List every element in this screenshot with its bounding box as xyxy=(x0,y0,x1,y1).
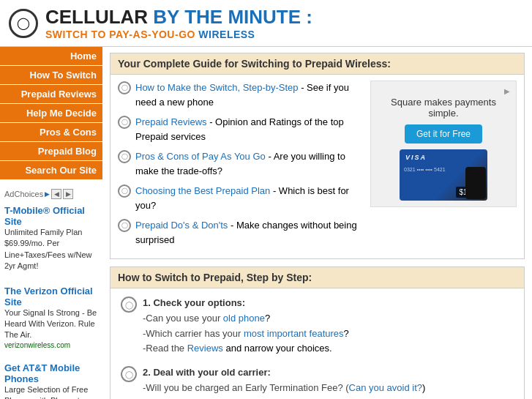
site-header: ◯ CELLULAR BY THE MINUTE : SWITCH TO PAY… xyxy=(0,0,532,47)
guide-item-4: ◯ Choosing the Best Prepaid Plan - Which… xyxy=(118,184,363,212)
sidebar-item-prepaid-blog[interactable]: Prepaid Blog xyxy=(0,142,102,161)
tagline-main: SWITCH TO PAY-AS-YOU-GO xyxy=(45,29,195,40)
att-ad-text: Large Selection of Free Phones with Plan… xyxy=(4,384,98,399)
guide-item-2: ◯ Prepaid Reviews - Opinion and Ratings … xyxy=(118,115,363,143)
guide-link-2[interactable]: Prepaid Reviews xyxy=(135,116,207,127)
title-cellular: CELLULAR xyxy=(45,6,148,28)
visa-label: VISA xyxy=(405,154,427,161)
tmobile-ad-title[interactable]: T-Mobile® Official Site xyxy=(4,205,98,227)
sidebar-item-help-me-decide[interactable]: Help Me Decide xyxy=(0,104,102,123)
step-1-link-reviews[interactable]: Reviews xyxy=(187,343,223,354)
right-ad-banner: ▶ Square makes payments simple. Get it f… xyxy=(370,81,517,253)
main-content: Your Complete Guide for Switching to Pre… xyxy=(102,47,532,399)
step-1-link-phone[interactable]: old phone xyxy=(223,313,265,324)
ad-tag-icon: ▶ xyxy=(377,87,510,95)
step-1-detail-1b: ? xyxy=(265,313,270,324)
sidebar-item-search[interactable]: Search Our Site xyxy=(0,161,102,180)
guide-link-1[interactable]: How to Make the Switch, Step-by-Step xyxy=(135,82,299,93)
guide-icon-3: ◯ xyxy=(118,150,131,163)
step-1-detail-3b: and narrow your choices. xyxy=(223,343,332,354)
steps-content: ◯ 1. Check your options: -Can you use yo… xyxy=(110,288,524,399)
steps-section-header: How to Switch to Prepaid, Step by Step: xyxy=(110,267,524,288)
guide-section-content: ◯ How to Make the Switch, Step-by-Step -… xyxy=(110,75,524,258)
sidebar-ad-tmobile: T-Mobile® Official Site Unlimited Family… xyxy=(4,202,98,275)
step-1-detail-2b: ? xyxy=(344,328,349,339)
tmobile-ad-text: Unlimited Family Plan $69.99/mo. Per Lin… xyxy=(4,227,98,272)
guide-text-4: Choosing the Best Prepaid Plan - Which i… xyxy=(135,184,363,212)
tagline-wireless: WIRELESS xyxy=(195,29,255,40)
verizon-ad-text: Your Signal Is Strong - Be Heard With Ve… xyxy=(4,307,98,341)
guide-item-1: ◯ How to Make the Switch, Step-by-Step -… xyxy=(118,81,363,109)
sidebar-ad-att: Get AT&T Mobile Phones Large Selection o… xyxy=(4,359,98,399)
sidebar-ads: AdChoices ▶ ◀ ▶ T-Mobile® Official Site … xyxy=(0,186,102,399)
step-2-icon: ◯ xyxy=(121,366,137,382)
guide-text-1: How to Make the Switch, Step-by-Step - S… xyxy=(135,81,363,109)
guide-text-5: Prepaid Do's & Don'ts - Make changes wit… xyxy=(135,218,363,247)
sidebar-item-pros-cons[interactable]: Pros & Cons xyxy=(0,123,102,142)
guide-item-3: ◯ Pros & Cons of Pay As You Go - Are you… xyxy=(118,149,363,178)
step-1-icon: ◯ xyxy=(121,297,137,313)
verizon-ad-title[interactable]: The Verizon Official Site xyxy=(4,286,98,307)
card-number: 0321 •••• •••• 5421 xyxy=(404,167,446,172)
title-byminute: BY THE MINUTE : xyxy=(148,6,312,28)
sidebar-item-prepaid-reviews[interactable]: Prepaid Reviews xyxy=(0,85,102,104)
phone-shape xyxy=(465,167,486,199)
step-2-detail-1: -Will you be charged an Early Terminatio… xyxy=(143,382,349,393)
att-ad-title[interactable]: Get AT&T Mobile Phones xyxy=(4,362,98,384)
sidebar: Home How To Switch Prepaid Reviews Help … xyxy=(0,47,102,399)
ad-headline: Square makes payments simple. xyxy=(377,97,510,119)
step-1-detail-1: -Can you use your xyxy=(143,313,223,324)
guide-icon-4: ◯ xyxy=(118,184,131,198)
site-title: CELLULAR BY THE MINUTE : xyxy=(45,6,312,29)
step-2-link-avoid[interactable]: Can you avoid it? xyxy=(349,382,422,393)
step-1-detail-2: -Which carrier has your xyxy=(143,328,244,339)
sidebar-ad-verizon: The Verizon Official Site Your Signal Is… xyxy=(4,283,98,352)
steps-section: How to Switch to Prepaid, Step by Step: … xyxy=(110,266,525,399)
guide-section: Your Complete Guide for Switching to Pre… xyxy=(110,53,525,259)
ad-next-button[interactable]: ▶ xyxy=(63,189,73,199)
ad-choices-icon: ▶ xyxy=(45,190,50,198)
clock-icon: ◯ xyxy=(9,9,38,38)
guide-link-5[interactable]: Prepaid Do's & Don'ts xyxy=(135,220,228,231)
step-2: ◯ 2. Deal with your old carrier: -Will y… xyxy=(121,365,514,399)
guide-icon-5: ◯ xyxy=(118,219,131,232)
guide-icon-1: ◯ xyxy=(118,81,131,94)
guide-text-2: Prepaid Reviews - Opinion and Ratings of… xyxy=(135,115,363,143)
guide-text-3: Pros & Cons of Pay As You Go - Are you w… xyxy=(135,149,363,178)
sidebar-item-how-to-switch[interactable]: How To Switch xyxy=(0,66,102,85)
step-1-detail-3: -Read the xyxy=(143,343,187,354)
card-image: VISA 0321 •••• •••• 5421 $15.33 xyxy=(400,149,487,201)
guide-link-3[interactable]: Pros & Cons of Pay As You Go xyxy=(135,151,266,162)
sidebar-item-home[interactable]: Home xyxy=(0,47,102,66)
verizon-ad-url: verizonwireless.com xyxy=(4,341,98,349)
ad-choices-bar: AdChoices ▶ ◀ ▶ xyxy=(4,189,98,199)
step-2-detail-1b: ) xyxy=(422,382,425,393)
step-2-body: 2. Deal with your old carrier: -Will you… xyxy=(143,365,514,399)
ad-prev-button[interactable]: ◀ xyxy=(51,189,61,199)
step-2-title: 2. Deal with your old carrier: xyxy=(143,367,271,378)
main-layout: Home How To Switch Prepaid Reviews Help … xyxy=(0,47,532,399)
step-1-link-features[interactable]: most important features xyxy=(244,328,344,339)
step-1-body: 1. Check your options: -Can you use your… xyxy=(143,296,349,357)
site-tagline: SWITCH TO PAY-AS-YOU-GO WIRELESS xyxy=(45,29,312,40)
get-it-button[interactable]: Get it for Free xyxy=(405,124,482,143)
guide-link-4[interactable]: Choosing the Best Prepaid Plan xyxy=(135,185,270,196)
step-1: ◯ 1. Check your options: -Can you use yo… xyxy=(121,296,514,357)
guide-item-5: ◯ Prepaid Do's & Don'ts - Make changes w… xyxy=(118,218,363,247)
guide-items-list: ◯ How to Make the Switch, Step-by-Step -… xyxy=(118,81,363,253)
ad-choices-label: AdChoices xyxy=(4,190,43,198)
square-ad: ▶ Square makes payments simple. Get it f… xyxy=(370,81,517,207)
guide-icon-2: ◯ xyxy=(118,116,131,129)
guide-section-header: Your Complete Guide for Switching to Pre… xyxy=(110,53,524,75)
step-1-title: 1. Check your options: xyxy=(143,297,245,308)
